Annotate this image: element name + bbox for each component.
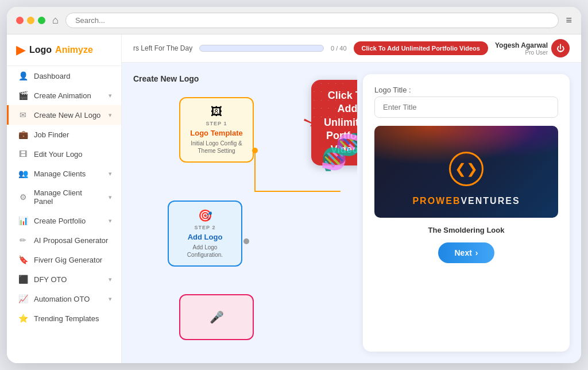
logo-arrow-icon: ▶ bbox=[16, 43, 26, 57]
chevron-down-icon-7: ▾ bbox=[109, 295, 112, 303]
dashboard-icon: 👤 bbox=[18, 71, 28, 80]
user-role: Pro User bbox=[525, 49, 548, 56]
sidebar-item-automation-oto[interactable]: 📈 Automation OTO ▾ bbox=[7, 289, 121, 309]
automation-oto-icon: 📈 bbox=[18, 294, 28, 303]
sidebar-label-ai-proposal: AI Proposal Generator bbox=[34, 236, 112, 245]
step2-title: Add Logo bbox=[176, 233, 234, 241]
sidebar-label-create-logo: Create New AI Logo bbox=[34, 111, 103, 120]
chevron-down-icon-4: ▾ bbox=[109, 194, 112, 201]
logo-title-input[interactable] bbox=[374, 97, 558, 118]
chevron-down-icon-2: ▾ bbox=[109, 111, 112, 119]
sidebar-label-manage-clients: Manage Clients bbox=[34, 169, 103, 178]
sidebar-item-dfy-oto[interactable]: ⬛ DFY OTO ▾ bbox=[7, 269, 121, 289]
connector-line-h bbox=[254, 191, 341, 192]
chevron-down-icon-3: ▾ bbox=[109, 170, 112, 178]
progress-bar bbox=[199, 45, 324, 52]
step-card-3[interactable]: 🎤 bbox=[179, 294, 254, 340]
sidebar-item-create-portfolio[interactable]: 📊 Create Portfolio ▾ bbox=[7, 211, 121, 230]
sidebar-item-edit-logo[interactable]: 🎞 Edit Your Logo bbox=[7, 144, 121, 164]
sidebar-label-edit-logo: Edit Your Logo bbox=[34, 150, 112, 159]
content-area: Create New Logo Click To Add Unlimited P… bbox=[122, 63, 581, 363]
user-avatar[interactable]: ⏻ bbox=[551, 39, 570, 57]
sidebar-label-dashboard: Dashboard bbox=[34, 72, 112, 80]
browser-bar: ⌂ ≡ bbox=[7, 7, 581, 34]
chevron-down-icon-5: ▾ bbox=[109, 217, 112, 225]
logo-title-label: Logo Title : bbox=[374, 86, 558, 94]
portfolio-icon: 📊 bbox=[18, 216, 28, 225]
sidebar-item-create-new-ai-logo[interactable]: ✉ Create New AI Logo ▾ bbox=[7, 105, 121, 125]
step-card-2[interactable]: 🎯 STEP 2 Add Logo Add Logo Configuration… bbox=[168, 201, 242, 267]
sidebar-item-fiverr-gig[interactable]: 🔖 Fiverr Gig Generator bbox=[7, 250, 121, 269]
sidebar-label-automation-oto: Automation OTO bbox=[34, 295, 103, 303]
sidebar-label-create-animation: Create Animation bbox=[34, 91, 103, 100]
job-finder-icon: 💼 bbox=[18, 130, 28, 139]
template-name: The Smoldering Look bbox=[374, 226, 558, 234]
main-area: rs Left For The Day 0 / 40 Click To Add … bbox=[122, 34, 581, 363]
home-icon[interactable]: ⌂ bbox=[52, 14, 59, 26]
sidebar-label-dfy-oto: DFY OTO bbox=[34, 275, 103, 284]
user-name: Yogesh Agarwal bbox=[495, 41, 548, 49]
step-card-1[interactable]: 🖼 STEP 1 Logo Template Initial Logo Conf… bbox=[179, 97, 254, 163]
chevron-down-icon-6: ▾ bbox=[109, 276, 112, 283]
trending-icon: ⭐ bbox=[18, 314, 28, 323]
step1-desc: Initial Logo Config & Theme Setting bbox=[187, 140, 246, 155]
logo-title-field-container: Logo Title : bbox=[374, 86, 558, 118]
prowebventures-text: PROWEBVENTURES bbox=[412, 196, 520, 206]
sidebar-item-job-finder[interactable]: 💼 Job Finder bbox=[7, 125, 121, 144]
step2-desc: Add Logo Configuration. bbox=[176, 244, 234, 259]
top-bar: rs Left For The Day 0 / 40 Click To Add … bbox=[122, 34, 581, 63]
template-preview: ❮❯ PROWEBVENTURES bbox=[374, 126, 558, 218]
browser-dots bbox=[16, 17, 45, 24]
sidebar-item-ai-proposal[interactable]: ✏ AI Proposal Generator bbox=[7, 230, 121, 250]
sidebar-label-portfolio: Create Portfolio bbox=[34, 217, 103, 225]
sidebar-label-manage-panel: Manage Client Panel bbox=[34, 188, 103, 206]
circle-logo-icon: ❮❯ bbox=[449, 152, 483, 186]
browser-search-input[interactable] bbox=[65, 13, 559, 28]
edit-logo-icon: 🎞 bbox=[18, 149, 28, 159]
sidebar-item-manage-client-panel[interactable]: ⚙ Manage Client Panel ▾ bbox=[7, 183, 121, 211]
sidebar-label-trending: Trending Templates bbox=[34, 314, 112, 323]
dot-red[interactable] bbox=[16, 17, 24, 24]
next-icon: › bbox=[475, 248, 478, 257]
chevron-down-icon: ▾ bbox=[109, 92, 112, 99]
dna-decoration-icon: 🧬 bbox=[320, 132, 357, 172]
connector-line-v bbox=[254, 151, 256, 191]
dot-green[interactable] bbox=[38, 17, 45, 24]
dots-decoration: · · · · ·· · · · ·· · · · ·· · · · ·· · … bbox=[314, 80, 346, 121]
step1-number: STEP 1 bbox=[187, 121, 246, 126]
sidebar-item-dashboard[interactable]: 👤 Dashboard bbox=[7, 66, 121, 86]
animyze-text: Animyze bbox=[55, 45, 93, 55]
topbar-label: rs Left For The Day bbox=[133, 44, 192, 52]
step3-icon: 🎤 bbox=[210, 310, 224, 324]
fiverr-icon: 🔖 bbox=[18, 255, 28, 264]
manage-panel-icon: ⚙ bbox=[18, 192, 28, 202]
sidebar-label-fiverr: Fiverr Gig Generator bbox=[34, 256, 112, 264]
step1-icon: 🖼 bbox=[187, 105, 246, 118]
dot-yellow[interactable] bbox=[27, 17, 34, 24]
next-label: Next bbox=[454, 248, 471, 257]
sidebar-item-manage-clients[interactable]: 👥 Manage Clients ▾ bbox=[7, 164, 121, 183]
manage-clients-icon: 👥 bbox=[18, 169, 28, 178]
create-animation-icon: 🎬 bbox=[18, 91, 28, 100]
unlimited-portfolio-button[interactable]: Click To Add Unlimited Portfolio Videos bbox=[354, 41, 488, 55]
dfy-oto-icon: ⬛ bbox=[18, 275, 28, 284]
logo-brand: ▶ Logo Animyze bbox=[7, 34, 121, 66]
progress-text: 0 / 40 bbox=[331, 45, 347, 52]
sidebar-item-trending-templates[interactable]: ⭐ Trending Templates bbox=[7, 309, 121, 328]
sidebar: ▶ Logo Animyze 👤 Dashboard 🎬 Create Anim… bbox=[7, 34, 122, 363]
step2-icon: 🎯 bbox=[176, 209, 234, 222]
browser-menu-icon[interactable]: ≡ bbox=[566, 14, 572, 26]
right-panel: Logo Title : ❮❯ PROWEBVENTURES The Smold… bbox=[363, 74, 570, 352]
step2-number: STEP 2 bbox=[176, 225, 234, 230]
create-logo-icon: ✉ bbox=[18, 110, 28, 120]
sidebar-label-job-finder: Job Finder bbox=[34, 130, 112, 139]
logo-text: Logo bbox=[29, 45, 52, 55]
ai-proposal-icon: ✏ bbox=[18, 236, 28, 245]
workflow-area: Create New Logo Click To Add Unlimited P… bbox=[133, 74, 357, 352]
user-info: Yogesh Agarwal Pro User ⏻ bbox=[495, 39, 570, 57]
connector-dot-2 bbox=[243, 238, 249, 244]
sidebar-item-create-animation[interactable]: 🎬 Create Animation ▾ bbox=[7, 86, 121, 105]
next-button[interactable]: Next › bbox=[438, 242, 494, 263]
step1-title: Logo Template bbox=[187, 129, 246, 137]
